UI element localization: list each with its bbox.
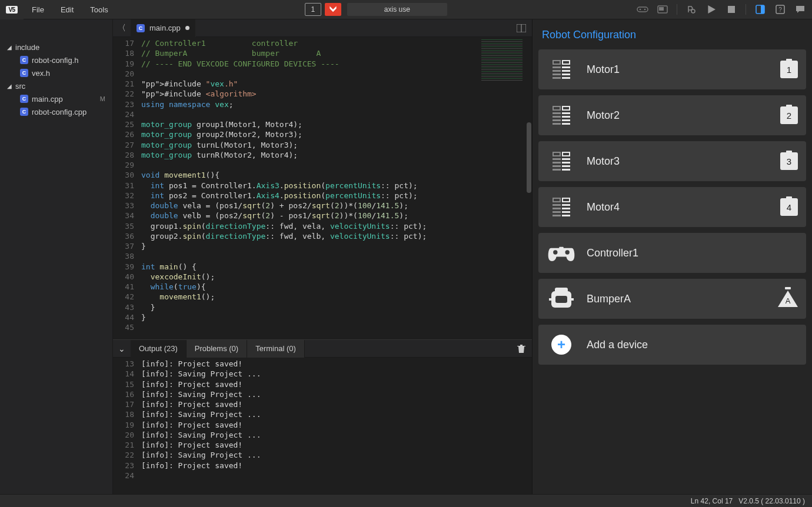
device-card-controller1[interactable]: Controller1	[538, 233, 806, 273]
file-vex-h[interactable]: C vex.h	[0, 66, 112, 79]
code-content[interactable]: // Controller1 controller // BumperA bum…	[141, 37, 478, 339]
svg-rect-4	[659, 7, 664, 11]
svg-point-1	[640, 9, 641, 11]
panel-collapse-icon[interactable]: ⌄	[113, 344, 131, 353]
brain-tool-icon[interactable]	[655, 2, 670, 16]
file-robot-config-cpp[interactable]: C robot-config.cpp	[0, 105, 112, 118]
devices-panel-icon[interactable]	[753, 2, 767, 16]
controller-icon	[547, 242, 576, 264]
device-card-bumpera[interactable]: BumperAA	[538, 279, 806, 319]
tab-terminal[interactable]: Terminal (0)	[247, 340, 305, 358]
device-name-label: Controller1	[587, 247, 798, 259]
cpp-file-icon: C	[20, 56, 28, 64]
output-panel: ⌄ Output (23) Problems (0) Terminal (0) …	[113, 339, 532, 494]
stop-icon[interactable]	[724, 2, 738, 16]
port-badge: A	[778, 290, 798, 308]
clear-output-icon[interactable]	[511, 344, 532, 353]
svg-rect-18	[555, 296, 567, 303]
add-device-button[interactable]: + Add a device	[538, 325, 806, 365]
svg-rect-19	[549, 298, 553, 301]
device-card-motor4[interactable]: Motor44	[538, 187, 806, 227]
scrollbar-thumb[interactable]	[527, 122, 531, 193]
slot-number: 1	[311, 5, 315, 14]
split-editor-icon[interactable]	[511, 24, 532, 32]
port-badge: 4	[780, 198, 798, 216]
svg-rect-6	[728, 6, 735, 13]
cpp-file-icon: C	[20, 108, 28, 116]
output-tabbar: ⌄ Output (23) Problems (0) Terminal (0)	[113, 340, 532, 358]
device-card-motor3[interactable]: Motor33	[538, 141, 806, 181]
file-label: robot-config.cpp	[32, 108, 86, 116]
toolbar-divider	[677, 4, 677, 15]
slot-icon[interactable]: 1	[305, 3, 321, 16]
folder-include[interactable]: ◢ include	[0, 41, 112, 54]
run-icon[interactable]	[704, 2, 718, 16]
main-area: ◢ include C robot-config.h C vex.h ◢ src…	[0, 19, 812, 494]
svg-rect-17	[555, 288, 568, 292]
cpp-file-icon: C	[137, 24, 145, 32]
device-name-label: Motor2	[587, 109, 770, 122]
folder-label: include	[15, 43, 39, 52]
svg-text:?: ?	[778, 6, 782, 13]
device-card-motor1[interactable]: Motor11	[538, 49, 806, 89]
vertical-scrollbar[interactable]	[526, 37, 532, 339]
controller-tool-icon[interactable]	[635, 2, 650, 16]
menubar-center: 1 axis use	[305, 3, 447, 16]
device-name-label: BumperA	[587, 293, 767, 305]
file-robot-config-h[interactable]: C robot-config.h	[0, 54, 112, 66]
minimap[interactable]	[478, 37, 526, 339]
tab-output[interactable]: Output (23)	[131, 340, 187, 358]
menubar-right: ?	[635, 2, 812, 16]
svg-rect-0	[637, 7, 648, 12]
twisty-icon: ◢	[7, 44, 12, 51]
project-name-input[interactable]: axis use	[347, 3, 447, 16]
device-card-motor2[interactable]: Motor22	[538, 95, 806, 135]
motor-icon	[547, 104, 576, 126]
file-explorer: ◢ include C robot-config.h C vex.h ◢ src…	[0, 19, 113, 494]
file-label: main.cpp	[32, 95, 63, 104]
device-name-label: Motor4	[587, 201, 770, 214]
feedback-icon[interactable]	[793, 2, 807, 16]
file-main-cpp[interactable]: C main.cpp M	[0, 92, 112, 105]
port-badge: 1	[780, 61, 798, 78]
device-list: Motor11Motor22Motor33Motor44Controller1B…	[538, 49, 806, 325]
port-badge: 3	[780, 152, 798, 170]
build-icon[interactable]	[684, 2, 698, 16]
nav-back-icon[interactable]: 〈	[113, 23, 131, 34]
menu-file[interactable]: File	[24, 0, 52, 19]
menu-tools[interactable]: Tools	[82, 0, 116, 19]
cursor-position[interactable]: Ln 42, Col 17	[691, 497, 733, 505]
folder-label: src	[15, 82, 25, 91]
bumper-icon	[547, 288, 576, 310]
file-label: vex.h	[32, 69, 50, 78]
output-gutter: 13 14 15 16 17 18 19 20 21 22 23 24	[113, 358, 141, 494]
project-name-label: axis use	[384, 5, 410, 14]
twisty-icon: ◢	[7, 83, 12, 89]
output-body: 13 14 15 16 17 18 19 20 21 22 23 24 [inf…	[113, 358, 532, 494]
menu-edit[interactable]: Edit	[52, 0, 82, 19]
svg-point-13	[553, 250, 557, 254]
svg-point-5	[691, 9, 695, 13]
cpp-file-icon: C	[20, 95, 28, 103]
brain-status-icon[interactable]	[325, 3, 341, 16]
port-badge: 2	[780, 106, 798, 124]
tab-main-cpp[interactable]: C main.cpp	[131, 19, 196, 37]
motor-icon	[547, 150, 576, 172]
line-number-gutter: 17 18 19 20 21 22 23 24 25 26 27 28 29 3…	[113, 37, 141, 339]
motor-icon	[547, 58, 576, 81]
svg-point-2	[644, 9, 646, 11]
app-version: V2.0.5 ( 22.03.0110 )	[738, 497, 805, 505]
svg-rect-20	[570, 298, 574, 301]
app-logo: V5	[0, 0, 24, 19]
cpp-file-icon: C	[20, 69, 28, 77]
file-label: robot-config.h	[32, 56, 79, 65]
add-icon: +	[547, 333, 576, 356]
statusbar: Ln 42, Col 17 V2.0.5 ( 22.03.0110 )	[0, 494, 812, 507]
dirty-indicator-icon	[185, 26, 189, 30]
output-text[interactable]: [info]: Project saved! [info]: Saving Pr…	[141, 358, 532, 494]
tab-problems[interactable]: Problems (0)	[187, 340, 247, 358]
code-editor[interactable]: 17 18 19 20 21 22 23 24 25 26 27 28 29 3…	[113, 37, 532, 339]
folder-src[interactable]: ◢ src	[0, 79, 112, 92]
menubar: V5 File Edit Tools 1 axis use	[0, 0, 812, 19]
help-icon[interactable]: ?	[773, 2, 787, 16]
